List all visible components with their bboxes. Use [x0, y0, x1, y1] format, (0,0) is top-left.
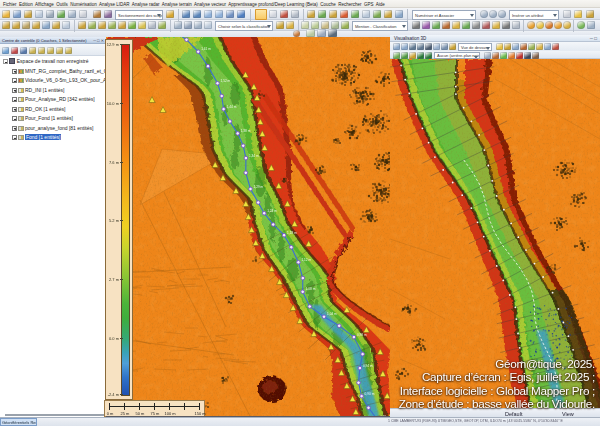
svg-text:1,44 m: 1,44 m	[227, 105, 237, 109]
svg-text:1,61 m: 1,61 m	[201, 47, 211, 51]
svg-text:1,08 m: 1,08 m	[306, 287, 316, 291]
svg-text:1,38 m: 1,38 m	[241, 129, 251, 133]
svg-text:1,29 m: 1,29 m	[254, 185, 264, 189]
svg-text:1,24 m: 1,24 m	[267, 209, 277, 213]
svg-text:1,18 m: 1,18 m	[287, 231, 297, 235]
svg-text:1,12 m: 1,12 m	[301, 258, 311, 262]
svg-text:1,04 m: 1,04 m	[327, 312, 337, 316]
svg-text:1,34 m: 1,34 m	[249, 154, 259, 158]
svg-text:0,98 m: 0,98 m	[357, 333, 367, 337]
svg-text:1,52 m: 1,52 m	[221, 79, 231, 83]
